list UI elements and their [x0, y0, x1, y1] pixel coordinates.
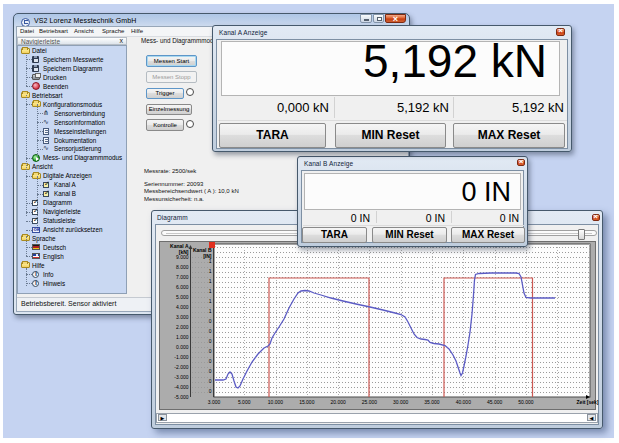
- svg-text:0: 0: [209, 368, 212, 374]
- svg-text:0: 0: [209, 328, 212, 334]
- svg-text:4.000: 4.000: [176, 304, 189, 310]
- svg-text:10.000: 10.000: [268, 399, 284, 405]
- svg-text:3.000: 3.000: [208, 399, 221, 405]
- svg-text:1: 1: [209, 278, 212, 284]
- svg-text:1: 1: [209, 308, 212, 314]
- svg-text:5.000: 5.000: [238, 399, 251, 405]
- svg-text:6.000: 6.000: [176, 284, 189, 290]
- svg-text:0: 0: [209, 358, 212, 364]
- svg-text:-1.000: -1.000: [174, 354, 188, 360]
- svg-text:Zeit [sek]: Zeit [sek]: [577, 399, 599, 405]
- svg-text:8.000: 8.000: [176, 264, 189, 270]
- svg-text:5.000: 5.000: [176, 294, 189, 300]
- svg-text:0: 0: [209, 388, 212, 394]
- svg-text:0: 0: [209, 348, 212, 354]
- svg-text:1: 1: [209, 288, 212, 294]
- svg-text:50.000: 50.000: [518, 399, 534, 405]
- svg-text:1: 1: [209, 298, 212, 304]
- svg-text:0: 0: [209, 318, 212, 324]
- svg-text:-4.000: -4.000: [174, 384, 188, 390]
- svg-text:3.000: 3.000: [176, 314, 189, 320]
- svg-text:15.000: 15.000: [299, 399, 315, 405]
- svg-text:20.000: 20.000: [330, 399, 346, 405]
- svg-text:25.000: 25.000: [362, 399, 378, 405]
- svg-text:-2.000: -2.000: [174, 364, 188, 370]
- svg-text:30.000: 30.000: [393, 399, 409, 405]
- svg-text:7.000: 7.000: [176, 274, 189, 280]
- svg-text:1: 1: [209, 268, 212, 274]
- svg-text:1.000: 1.000: [176, 334, 189, 340]
- svg-text:-5.000: -5.000: [174, 394, 188, 400]
- svg-text:9.000: 9.000: [176, 254, 189, 260]
- svg-text:-3.000: -3.000: [174, 374, 188, 380]
- svg-text:0.000: 0.000: [176, 344, 189, 350]
- svg-text:2.000: 2.000: [176, 324, 189, 330]
- svg-text:35.000: 35.000: [424, 399, 440, 405]
- svg-text:1: 1: [209, 258, 212, 264]
- svg-text:45.000: 45.000: [487, 399, 503, 405]
- svg-text:0: 0: [209, 338, 212, 344]
- svg-text:40.000: 40.000: [456, 399, 472, 405]
- svg-text:0: 0: [209, 378, 212, 384]
